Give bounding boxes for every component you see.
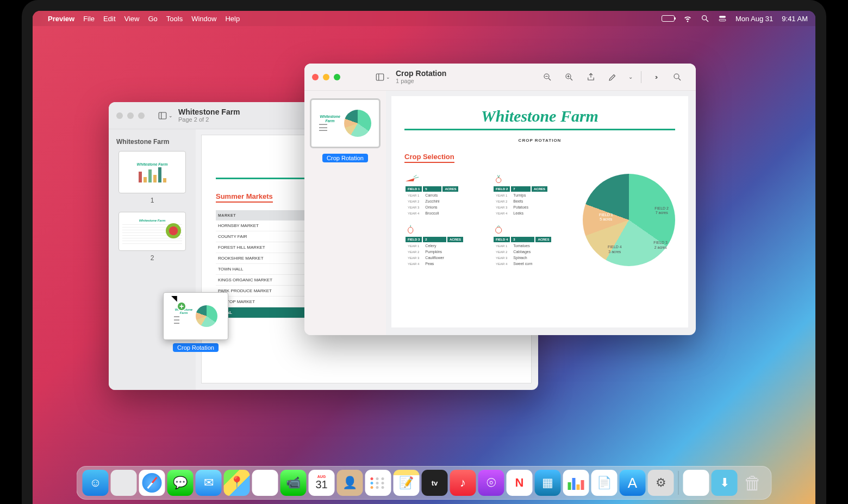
dock-appstore-icon[interactable]: A [620, 470, 646, 496]
zoom-button[interactable] [138, 112, 145, 119]
svg-rect-3 [719, 19, 726, 21]
window-subtitle: Page 2 of 2 [178, 116, 240, 123]
dock-downloads-icon[interactable]: ⬇ [712, 470, 738, 496]
svg-rect-4 [159, 112, 166, 119]
menu-window[interactable]: Window [191, 15, 216, 23]
window-subtitle: 1 page [396, 78, 446, 85]
search-button[interactable] [670, 70, 685, 85]
spotlight-icon[interactable] [701, 14, 709, 23]
dock-safari-icon[interactable] [139, 470, 165, 496]
section-heading: Crop Selection [404, 153, 454, 163]
field-4-table: FIELD 43ACRES YEAR 1Tomatoes YEAR 2Cabba… [492, 224, 573, 267]
battery-icon[interactable] [662, 15, 675, 22]
preview-window-foreground: ⌄ Crop Rotation 1 page ⌄ ›› Whitestone F… [304, 64, 696, 335]
acreage-pie-chart: FIELD 15 acres FIELD 27 acres FIELD 32 a… [583, 174, 675, 266]
window-title: Whitestone Farm [178, 108, 240, 117]
dock-finder-icon[interactable]: ☺ [83, 470, 109, 496]
dock-notes-icon[interactable]: 📝 [394, 470, 420, 496]
dock-contacts-icon[interactable]: 👤 [337, 470, 363, 496]
thumbnail-label: Crop Rotation [322, 154, 368, 162]
dock-facetime-icon[interactable]: 📹 [280, 470, 307, 496]
carrot-icon [404, 174, 420, 184]
minimize-button[interactable] [323, 74, 329, 80]
svg-point-17 [496, 178, 501, 182]
dragged-thumbnail[interactable]: Whitestone Farm ▬▬▬▬▬▬ + ◥ Crop Rotation [163, 292, 228, 352]
page-number-2: 2 [114, 254, 190, 262]
zoom-in-button[interactable] [562, 70, 577, 85]
dock-calendar-icon[interactable]: AUG31 [309, 470, 335, 496]
field-2-table: FIELD 27ACRES YEAR 1Turnips YEAR 2Beets … [492, 174, 573, 217]
sidebar-toggle-button[interactable]: ⌄ [158, 108, 173, 123]
page-thumbnail-1[interactable]: Whitestone Farm [119, 151, 186, 193]
menubar-date[interactable]: Mon Aug 31 [735, 15, 773, 23]
drag-label: Crop Rotation [173, 343, 219, 352]
dock-photos-icon[interactable]: ❀ [252, 470, 278, 496]
dock-messages-icon[interactable]: 💬 [167, 470, 194, 496]
dock-settings-icon[interactable]: ⚙ [648, 470, 674, 496]
doc-subtitle: CROP ROTATION [404, 138, 675, 143]
close-button[interactable] [312, 74, 319, 80]
svg-point-0 [702, 16, 707, 20]
dock-news-icon[interactable]: N [507, 470, 533, 496]
dock: ☺ 💬 ✉ 📍 ❀ 📹 AUG31 👤 📝 tv ♪ ⦾ N ▦ 📄 A ⚙ 🖼… [77, 466, 772, 500]
wifi-icon[interactable] [683, 14, 692, 23]
menu-help[interactable]: Help [225, 15, 240, 23]
menubar: Preview File Edit View Go Tools Window H… [33, 11, 815, 26]
svg-line-12 [570, 78, 572, 80]
menubar-time[interactable]: 9:41 AM [782, 15, 808, 23]
dock-numbers-icon[interactable] [563, 470, 589, 496]
pie-label-field1: FIELD 15 acres [599, 213, 613, 222]
dock-trash-icon[interactable]: 🗑 [740, 470, 766, 496]
page-thumbnail-selected[interactable]: Whitestone Farm ▬▬▬▬▬▬▬▬▬ [310, 98, 381, 148]
cursor-icon: ◥ [171, 294, 177, 303]
doc-title: Whitestone Farm [404, 107, 675, 125]
dock-mail-icon[interactable]: ✉ [196, 470, 222, 496]
page-thumbnail-2[interactable]: Whitestone Farm [119, 212, 186, 251]
pie-label-field2: FIELD 27 acres [654, 206, 669, 216]
control-center-icon[interactable] [718, 14, 727, 23]
share-button[interactable] [583, 70, 598, 85]
dock-reminders-icon[interactable] [365, 470, 391, 496]
field-1-table: FIELD 15ACRES YEAR 1Carrots YEAR 2Zucchi… [404, 174, 485, 217]
zoom-button[interactable] [334, 74, 340, 80]
close-button[interactable] [116, 112, 123, 119]
markup-button[interactable] [605, 70, 620, 85]
page-number-1: 1 [114, 197, 190, 204]
section-heading: Summer Markets [216, 192, 273, 203]
field-3-table: FIELD 32ACRES YEAR 1Celery YEAR 2Pumpkin… [404, 224, 485, 267]
pie-label-field3: FIELD 32 acres [653, 241, 668, 250]
svg-point-19 [496, 227, 502, 233]
menu-go[interactable]: Go [148, 15, 157, 23]
svg-line-9 [548, 78, 551, 80]
onion-icon [404, 224, 420, 234]
svg-line-1 [706, 20, 708, 22]
minimize-button[interactable] [127, 112, 134, 119]
document-page: Whitestone Farm CROP ROTATION Crop Selec… [391, 96, 688, 327]
menu-file[interactable]: File [83, 15, 95, 23]
dock-podcasts-icon[interactable]: ⦾ [478, 470, 504, 496]
dock-tv-icon[interactable]: tv [422, 470, 448, 496]
dock-keynote-icon[interactable]: ▦ [535, 470, 561, 496]
svg-rect-6 [376, 74, 384, 80]
svg-line-16 [678, 78, 681, 80]
radish-icon [492, 174, 508, 184]
menu-tools[interactable]: Tools [166, 15, 183, 23]
add-badge-icon: + [177, 301, 186, 311]
dock-launchpad-icon[interactable] [111, 470, 137, 496]
svg-point-15 [674, 74, 679, 79]
tomato-icon [492, 224, 508, 234]
markup-menu-chevron-icon[interactable]: ⌄ [627, 70, 634, 85]
menu-edit[interactable]: Edit [103, 15, 115, 23]
dock-separator [678, 471, 679, 495]
titlebar[interactable]: ⌄ Crop Rotation 1 page ⌄ ›› [304, 64, 696, 91]
dock-pages-icon[interactable]: 📄 [591, 470, 618, 496]
app-name[interactable]: Preview [48, 15, 74, 23]
more-button[interactable]: ›› [648, 70, 663, 85]
sidebar-toggle-button[interactable]: ⌄ [375, 70, 390, 85]
dock-preview-icon[interactable]: 🖼 [683, 470, 709, 496]
zoom-out-button[interactable] [540, 70, 555, 85]
menu-view[interactable]: View [124, 15, 140, 23]
dock-music-icon[interactable]: ♪ [450, 470, 476, 496]
svg-point-18 [408, 227, 413, 233]
dock-maps-icon[interactable]: 📍 [224, 470, 250, 496]
